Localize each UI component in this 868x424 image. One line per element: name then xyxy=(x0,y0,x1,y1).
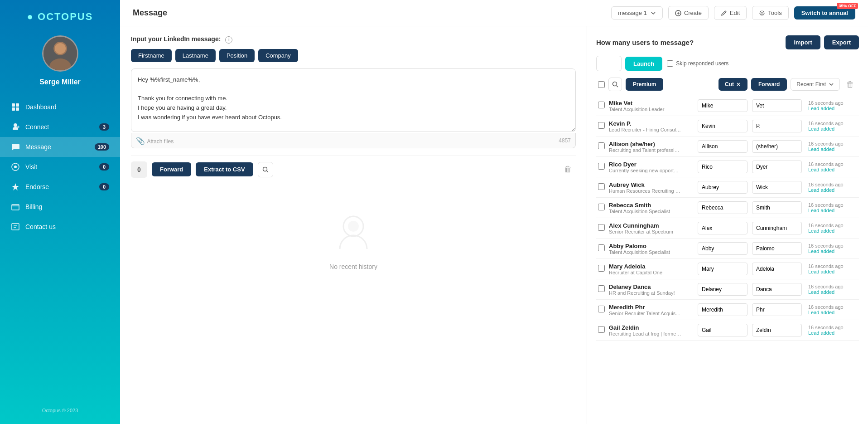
lead-last-input[interactable] xyxy=(752,99,802,112)
leads-table: Mike Vet Talent Acquisition Leader 16 se… xyxy=(596,96,859,341)
lead-checkbox[interactable] xyxy=(598,183,605,190)
lead-last-input[interactable] xyxy=(752,303,802,316)
char-count: 4857 xyxy=(559,137,571,144)
lead-status: Lead added xyxy=(808,167,857,172)
sidebar-item-endorse[interactable]: Endorse 0 xyxy=(0,177,120,197)
lead-last-input[interactable] xyxy=(752,201,802,214)
launch-count-input[interactable] xyxy=(596,56,622,71)
premium-button[interactable]: Premium xyxy=(626,78,663,91)
lead-last-input[interactable] xyxy=(752,242,802,255)
topbar: Message message 1 Create Edit Tools 35% … xyxy=(120,0,868,26)
switch-annual-button[interactable]: 35% OFF Switch to annual xyxy=(794,6,855,19)
export-button[interactable]: Export xyxy=(824,35,859,49)
select-all-checkbox[interactable] xyxy=(598,81,605,88)
tag-buttons-group: Firstname Lastname Position Company xyxy=(131,49,576,62)
lead-first-input[interactable] xyxy=(698,120,747,132)
company-tag-button[interactable]: Company xyxy=(258,49,298,62)
lead-checkbox[interactable] xyxy=(598,224,605,231)
lead-first-input[interactable] xyxy=(698,181,747,194)
lead-first-input[interactable] xyxy=(698,324,747,336)
lastname-tag-button[interactable]: Lastname xyxy=(175,49,216,62)
lead-last-input[interactable] xyxy=(752,161,802,173)
lead-first-input[interactable] xyxy=(698,222,747,234)
extract-csv-button[interactable]: Extract to CSV xyxy=(196,162,253,176)
lead-checkbox[interactable] xyxy=(598,326,605,333)
lead-first-input[interactable] xyxy=(698,161,747,173)
sidebar-item-billing[interactable]: Billing xyxy=(0,197,120,217)
textarea-footer: 📎 Attach files 4857 xyxy=(131,133,576,148)
filter-button[interactable] xyxy=(608,78,622,91)
lead-name: Alex Cunningham xyxy=(609,222,694,229)
lead-checkbox[interactable] xyxy=(598,204,605,210)
table-row: Abby Palomo Talent Acquisition Specialis… xyxy=(596,239,859,259)
sidebar-item-message[interactable]: Message 100 xyxy=(0,137,120,157)
svg-point-14 xyxy=(263,167,267,171)
skip-responded-checkbox[interactable] xyxy=(667,60,673,67)
sort-dropdown[interactable]: Recent First xyxy=(791,78,840,91)
lead-first-input[interactable] xyxy=(698,283,747,296)
lead-first-input[interactable] xyxy=(698,140,747,153)
sidebar-item-visit[interactable]: Visit 0 xyxy=(0,157,120,177)
username: Serge Miller xyxy=(39,78,81,86)
lead-checkbox[interactable] xyxy=(598,122,605,129)
tools-button[interactable]: Tools xyxy=(752,6,788,20)
import-button[interactable]: Import xyxy=(786,35,820,49)
lead-checkbox[interactable] xyxy=(598,265,605,272)
info-icon[interactable]: i xyxy=(225,36,232,44)
lead-subtitle: Human Resources Recruiting Man... xyxy=(609,188,681,194)
sidebar-item-dashboard[interactable]: Dashboard xyxy=(0,97,120,117)
lead-last-input[interactable] xyxy=(752,222,802,234)
lead-first-input[interactable] xyxy=(698,201,747,214)
search-filter-icon xyxy=(612,81,618,88)
message-textarea[interactable]: Hey %%first_name%%, Thank you for connec… xyxy=(131,68,576,132)
lead-name: Meredith Phr xyxy=(609,304,694,311)
forward-leads-button[interactable]: Forward xyxy=(751,78,787,91)
lead-time: 16 seconds ago xyxy=(808,284,857,289)
firstname-tag-button[interactable]: Firstname xyxy=(131,49,172,62)
sidebar: ● OCTOPUS Serge Miller Dashboard Connect… xyxy=(0,0,120,424)
lead-last-input[interactable] xyxy=(752,181,802,194)
lead-last-input[interactable] xyxy=(752,283,802,296)
lead-checkbox[interactable] xyxy=(598,244,605,251)
lead-checkbox[interactable] xyxy=(598,142,605,149)
lead-checkbox[interactable] xyxy=(598,163,605,170)
delete-button[interactable]: 🗑 xyxy=(560,162,576,177)
lead-last-input[interactable] xyxy=(752,120,802,132)
lead-checkbox[interactable] xyxy=(598,102,605,108)
search-leads-button[interactable] xyxy=(258,162,273,177)
launch-row: Launch Skip responded users xyxy=(596,56,859,71)
bottom-toolbar: 0 Forward Extract to CSV 🗑 xyxy=(131,156,576,183)
create-button[interactable]: Create xyxy=(668,6,709,20)
forward-button[interactable]: Forward xyxy=(152,162,191,176)
campaign-dropdown[interactable]: message 1 xyxy=(611,6,663,19)
lead-last-input[interactable] xyxy=(752,324,802,336)
lead-checkbox[interactable] xyxy=(598,285,605,292)
chevron-down-icon xyxy=(651,10,656,16)
lead-name: Rebecca Smith xyxy=(609,202,694,209)
svg-point-13 xyxy=(761,12,763,14)
sort-chevron-icon xyxy=(829,82,834,87)
lead-first-input[interactable] xyxy=(698,303,747,316)
dashboard-icon xyxy=(11,102,20,112)
sidebar-item-connect[interactable]: Connect 3 xyxy=(0,117,120,137)
edit-button[interactable]: Edit xyxy=(714,6,747,20)
edit-label: Edit xyxy=(730,10,740,16)
attach-icon[interactable]: 📎 Attach files xyxy=(136,136,174,145)
attach-label: Attach files xyxy=(147,138,174,145)
lead-first-input[interactable] xyxy=(698,263,747,275)
lead-checkbox[interactable] xyxy=(598,306,605,312)
table-row: Mary Adelola Recruiter at Capital One 16… xyxy=(596,259,859,279)
lead-first-input[interactable] xyxy=(698,242,747,255)
delete-leads-button[interactable]: 🗑 xyxy=(844,78,857,91)
right-title: How many users to message? xyxy=(596,39,781,46)
lead-first-input[interactable] xyxy=(698,99,747,112)
logo: ● OCTOPUS xyxy=(27,11,93,23)
tools-label: Tools xyxy=(768,10,781,16)
cut-button[interactable]: Cut xyxy=(719,78,747,91)
lead-last-input[interactable] xyxy=(752,140,802,153)
endorse-badge: 0 xyxy=(99,183,109,190)
sidebar-item-contact[interactable]: Contact us xyxy=(0,217,120,237)
position-tag-button[interactable]: Position xyxy=(219,49,255,62)
launch-button[interactable]: Launch xyxy=(625,57,662,71)
lead-last-input[interactable] xyxy=(752,263,802,275)
